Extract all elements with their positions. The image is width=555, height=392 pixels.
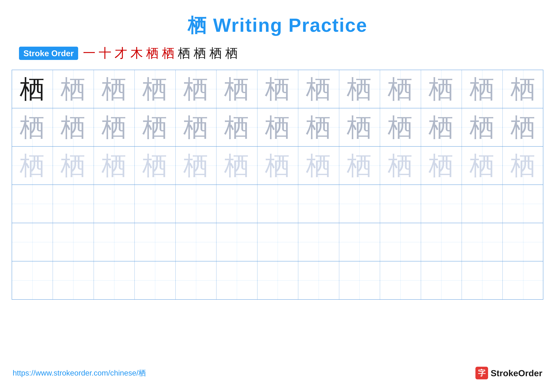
grid-cell-2-4: 栖 [175, 147, 216, 185]
grid-cell-0-0: 栖 [12, 70, 53, 108]
grid-cell-4-0 [12, 223, 53, 261]
stroke-sequence: 一十才木栖栖栖栖栖栖 [83, 45, 238, 62]
char-1-4: 栖 [183, 115, 209, 140]
char-2-12: 栖 [511, 153, 536, 178]
stroke-step-6: 栖 [178, 45, 190, 62]
grid-cell-2-6: 栖 [257, 147, 298, 185]
grid-cell-5-2 [94, 261, 135, 299]
grid-cell-5-1 [53, 261, 94, 299]
grid-cell-1-12: 栖 [503, 108, 543, 146]
grid-cell-1-6: 栖 [257, 108, 298, 146]
stroke-step-1: 十 [99, 45, 111, 62]
stroke-order-badge: Stroke Order [19, 47, 78, 60]
grid-cell-5-6 [257, 261, 298, 299]
footer-logo: 字 StrokeOrder [475, 367, 542, 379]
char-1-8: 栖 [347, 115, 372, 140]
char-0-10: 栖 [429, 76, 454, 102]
stroke-step-3: 木 [130, 45, 143, 62]
footer-url: https://www.strokeorder.com/chinese/栖 [13, 368, 146, 378]
grid-cell-2-7: 栖 [298, 147, 339, 185]
practice-grid: 栖栖栖栖栖栖栖栖栖栖栖栖栖栖栖栖栖栖栖栖栖栖栖栖栖栖栖栖栖栖栖栖栖栖栖栖栖栖栖 [12, 70, 543, 300]
grid-cell-0-11: 栖 [462, 70, 503, 108]
grid-cell-0-1: 栖 [53, 70, 94, 108]
grid-cell-1-7: 栖 [298, 108, 339, 146]
grid-cell-4-9 [380, 223, 421, 261]
grid-row-0: 栖栖栖栖栖栖栖栖栖栖栖栖栖 [12, 70, 543, 108]
char-0-6: 栖 [265, 76, 290, 102]
char-1-5: 栖 [224, 115, 249, 140]
grid-cell-0-9: 栖 [380, 70, 421, 108]
grid-cell-2-8: 栖 [339, 147, 380, 185]
grid-row-2: 栖栖栖栖栖栖栖栖栖栖栖栖栖 [12, 147, 543, 185]
grid-cell-3-10 [421, 185, 462, 223]
page-title: 栖 Writing Practice [188, 13, 367, 38]
grid-cell-5-4 [175, 261, 216, 299]
grid-cell-1-11: 栖 [462, 108, 503, 146]
grid-cell-0-2: 栖 [94, 70, 135, 108]
char-2-3: 栖 [142, 153, 168, 178]
grid-cell-5-9 [380, 261, 421, 299]
stroke-step-5: 栖 [162, 45, 175, 62]
grid-cell-1-0: 栖 [12, 108, 53, 146]
grid-row-4 [12, 223, 543, 261]
grid-cell-3-9 [380, 185, 421, 223]
grid-cell-0-6: 栖 [257, 70, 298, 108]
grid-cell-5-3 [135, 261, 175, 299]
grid-cell-2-2: 栖 [94, 147, 135, 185]
grid-cell-4-5 [216, 223, 257, 261]
char-0-8: 栖 [347, 76, 372, 102]
grid-cell-3-3 [135, 185, 175, 223]
grid-cell-3-4 [175, 185, 216, 223]
grid-cell-3-7 [298, 185, 339, 223]
grid-cell-1-4: 栖 [175, 108, 216, 146]
grid-cell-1-1: 栖 [53, 108, 94, 146]
grid-cell-0-5: 栖 [216, 70, 257, 108]
grid-cell-0-3: 栖 [135, 70, 175, 108]
char-1-10: 栖 [429, 115, 454, 140]
grid-cell-5-7 [298, 261, 339, 299]
char-0-4: 栖 [183, 76, 209, 102]
grid-cell-5-12 [503, 261, 543, 299]
char-1-11: 栖 [470, 115, 495, 140]
stroke-step-2: 才 [115, 45, 127, 62]
char-2-0: 栖 [20, 153, 45, 178]
grid-cell-2-0: 栖 [12, 147, 53, 185]
grid-cell-4-8 [339, 223, 380, 261]
char-2-8: 栖 [347, 153, 372, 178]
char-0-0: 栖 [20, 76, 45, 102]
footer-logo-icon: 字 [475, 367, 488, 379]
char-2-5: 栖 [224, 153, 249, 178]
grid-cell-1-10: 栖 [421, 108, 462, 146]
grid-cell-0-7: 栖 [298, 70, 339, 108]
grid-cell-2-1: 栖 [53, 147, 94, 185]
grid-cell-4-6 [257, 223, 298, 261]
grid-cell-3-1 [53, 185, 94, 223]
grid-cell-0-10: 栖 [421, 70, 462, 108]
char-2-4: 栖 [183, 153, 209, 178]
grid-cell-4-12 [503, 223, 543, 261]
char-0-5: 栖 [224, 76, 249, 102]
char-2-2: 栖 [102, 153, 127, 178]
grid-cell-2-9: 栖 [380, 147, 421, 185]
grid-cell-4-7 [298, 223, 339, 261]
grid-cell-3-12 [503, 185, 543, 223]
grid-cell-3-2 [94, 185, 135, 223]
char-1-7: 栖 [306, 115, 331, 140]
grid-cell-1-9: 栖 [380, 108, 421, 146]
stroke-order-section: Stroke Order 一十才木栖栖栖栖栖栖 [13, 45, 542, 62]
char-0-11: 栖 [470, 76, 495, 102]
char-2-9: 栖 [388, 153, 413, 178]
grid-cell-1-2: 栖 [94, 108, 135, 146]
char-0-9: 栖 [388, 76, 413, 102]
char-1-9: 栖 [388, 115, 413, 140]
grid-cell-4-1 [53, 223, 94, 261]
char-2-1: 栖 [61, 153, 86, 178]
char-1-2: 栖 [102, 115, 127, 140]
grid-cell-4-3 [135, 223, 175, 261]
stroke-step-8: 栖 [210, 45, 222, 62]
page-container: 栖 Writing Practice Stroke Order 一十才木栖栖栖栖… [0, 0, 555, 392]
grid-cell-3-6 [257, 185, 298, 223]
grid-cell-5-5 [216, 261, 257, 299]
grid-cell-5-8 [339, 261, 380, 299]
grid-cell-3-11 [462, 185, 503, 223]
